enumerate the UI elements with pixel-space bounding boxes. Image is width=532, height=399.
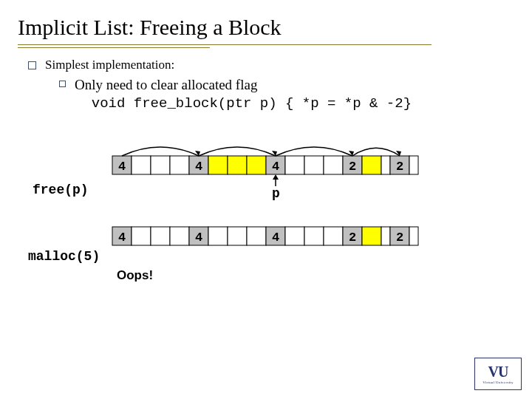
svg-rect-3: [151, 156, 170, 174]
svg-text:4: 4: [118, 160, 126, 174]
svg-text:2: 2: [349, 231, 356, 245]
svg-rect-17: [362, 156, 381, 174]
svg-rect-42: [324, 227, 343, 245]
svg-rect-41: [304, 227, 324, 245]
svg-rect-8: [228, 156, 247, 174]
svg-rect-2: [132, 156, 151, 174]
svg-text:4: 4: [118, 231, 126, 245]
vu-logo: VU Virtual University: [474, 358, 522, 390]
bullet-1: Simplest implementation:: [28, 58, 532, 72]
svg-rect-21: [409, 156, 418, 174]
svg-text:4: 4: [272, 160, 279, 174]
svg-text:2: 2: [396, 231, 403, 245]
svg-rect-9: [247, 156, 266, 174]
square-bullet-icon: [28, 61, 36, 69]
code-line: void free_block(ptr p) { *p = *p & -2}: [75, 95, 412, 114]
svg-text:4: 4: [272, 231, 279, 245]
svg-rect-4: [170, 156, 189, 174]
memory-diagram: free(p) malloc(5) 44422 p 44422 Oops!: [28, 135, 471, 298]
free-label: free(p): [33, 183, 89, 197]
svg-rect-31: [151, 227, 170, 245]
logo-text: VU: [488, 364, 508, 381]
p-pointer-label: p: [272, 186, 280, 201]
svg-rect-32: [170, 227, 189, 245]
svg-rect-36: [228, 227, 247, 245]
svg-rect-7: [208, 156, 228, 174]
malloc-label: malloc(5): [28, 249, 100, 264]
svg-text:2: 2: [396, 160, 403, 174]
sub-bullet-line1: Only need to clear allocated flag: [75, 75, 412, 95]
svg-text:4: 4: [195, 160, 202, 174]
svg-rect-40: [285, 227, 304, 245]
svg-rect-37: [247, 227, 266, 245]
bullet-1-text: Simplest implementation:: [45, 58, 174, 72]
small-square-bullet-icon: [59, 81, 66, 87]
svg-rect-18: [381, 156, 390, 174]
svg-marker-27: [273, 174, 279, 180]
page-title: Implicit List: Freeing a Block: [0, 0, 532, 44]
svg-rect-49: [409, 227, 418, 245]
svg-rect-35: [208, 227, 228, 245]
svg-rect-12: [285, 156, 304, 174]
logo-subtext: Virtual University: [482, 381, 514, 384]
oops-label: Oops!: [117, 268, 153, 283]
svg-rect-45: [362, 227, 381, 245]
heap-row-after: 44422: [109, 222, 449, 252]
svg-text:4: 4: [195, 231, 202, 245]
sub-bullet-1: Only need to clear allocated flag void f…: [28, 75, 532, 113]
svg-rect-14: [324, 156, 343, 174]
svg-text:2: 2: [349, 160, 356, 174]
svg-rect-46: [381, 227, 390, 245]
svg-rect-30: [132, 227, 151, 245]
svg-rect-13: [304, 156, 324, 174]
title-underline: [18, 44, 532, 47]
